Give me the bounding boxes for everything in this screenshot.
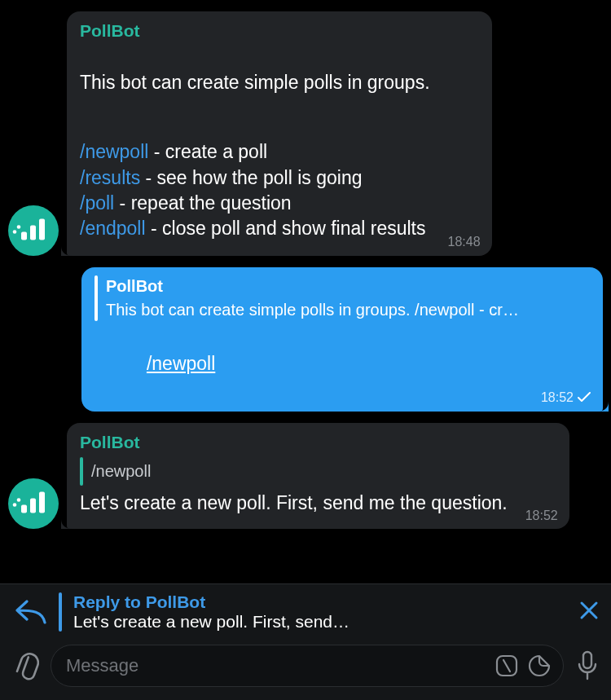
cancel-reply-button[interactable]: [578, 600, 600, 624]
dots-icon: [20, 491, 47, 515]
sender-name: PollBot: [80, 20, 479, 42]
message-body: Let's create a new poll. First, send me …: [80, 491, 556, 519]
dots-icon: [20, 217, 47, 241]
svg-point-10: [17, 498, 21, 502]
message-bubble[interactable]: PollBot This bot can create simple polls…: [81, 267, 603, 412]
reply-bar: [80, 457, 83, 486]
sticker-icon[interactable]: [527, 654, 552, 678]
reply-strip-preview: Let's create a new poll. First, send…: [73, 612, 567, 632]
composer: Reply to PollBot Let's create a new poll…: [0, 583, 611, 700]
message-body: /newpoll: [95, 326, 590, 402]
message-bubble[interactable]: PollBot /newpoll Let's create a new poll…: [67, 423, 569, 529]
message-body: This bot can create simple polls in grou…: [80, 45, 479, 245]
input-row: [0, 638, 611, 700]
message-row: PollBot /newpoll Let's create a new poll…: [0, 420, 611, 537]
message-time: 18:52: [541, 389, 574, 407]
check-icon: [577, 392, 591, 403]
reply-sender: PollBot: [106, 275, 590, 297]
command-link[interactable]: /endpoll: [80, 218, 146, 239]
command-button-icon[interactable]: [495, 654, 519, 678]
message-time: 18:52: [525, 507, 558, 525]
message-input[interactable]: [66, 655, 486, 676]
command-link[interactable]: /newpoll: [80, 141, 148, 162]
reply-text: /newpoll: [91, 460, 556, 482]
svg-point-9: [13, 503, 17, 507]
command-link[interactable]: /poll: [80, 192, 114, 214]
reply-text: This bot can create simple polls in grou…: [106, 299, 590, 321]
svg-point-4: [13, 230, 17, 234]
message-row: PollBot This bot can create simple polls…: [0, 8, 611, 264]
message-row: PollBot This bot can create simple polls…: [0, 264, 611, 420]
message-input-field[interactable]: [51, 645, 564, 687]
reply-arrow-icon: [15, 598, 47, 626]
svg-rect-12: [583, 652, 591, 668]
command-link[interactable]: /newpoll: [147, 353, 215, 374]
bubble-tail: [61, 514, 73, 529]
bubble-tail: [597, 397, 609, 412]
reply-strip-bar: [59, 592, 62, 632]
close-icon: [578, 600, 600, 621]
attach-icon[interactable]: [11, 651, 39, 680]
avatar[interactable]: [8, 478, 59, 529]
composer-reply-strip[interactable]: Reply to PollBot Let's create a new poll…: [0, 584, 611, 638]
sender-name: PollBot: [80, 431, 556, 454]
microphone-icon[interactable]: [575, 649, 600, 682]
message-bubble[interactable]: PollBot This bot can create simple polls…: [67, 11, 492, 256]
message-meta: 18:52: [541, 389, 591, 407]
avatar[interactable]: [8, 205, 59, 256]
message-time: 18:48: [448, 233, 481, 251]
message-list[interactable]: PollBot This bot can create simple polls…: [0, 0, 611, 537]
chat-screen: PollBot This bot can create simple polls…: [0, 0, 611, 700]
reply-preview[interactable]: PollBot This bot can create simple polls…: [95, 275, 590, 321]
reply-strip-body: Reply to PollBot Let's create a new poll…: [73, 592, 567, 632]
command-link[interactable]: /results: [80, 167, 140, 188]
reply-strip-title: Reply to PollBot: [73, 592, 567, 612]
bubble-tail: [61, 241, 73, 256]
svg-point-5: [17, 225, 21, 229]
reply-bar: [95, 275, 98, 321]
reply-preview[interactable]: /newpoll: [80, 457, 556, 486]
